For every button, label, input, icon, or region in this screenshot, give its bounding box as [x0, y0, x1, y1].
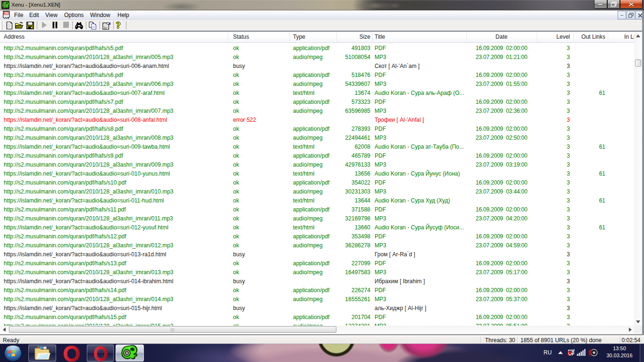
svg-text:DOC: DOC — [4, 13, 8, 15]
